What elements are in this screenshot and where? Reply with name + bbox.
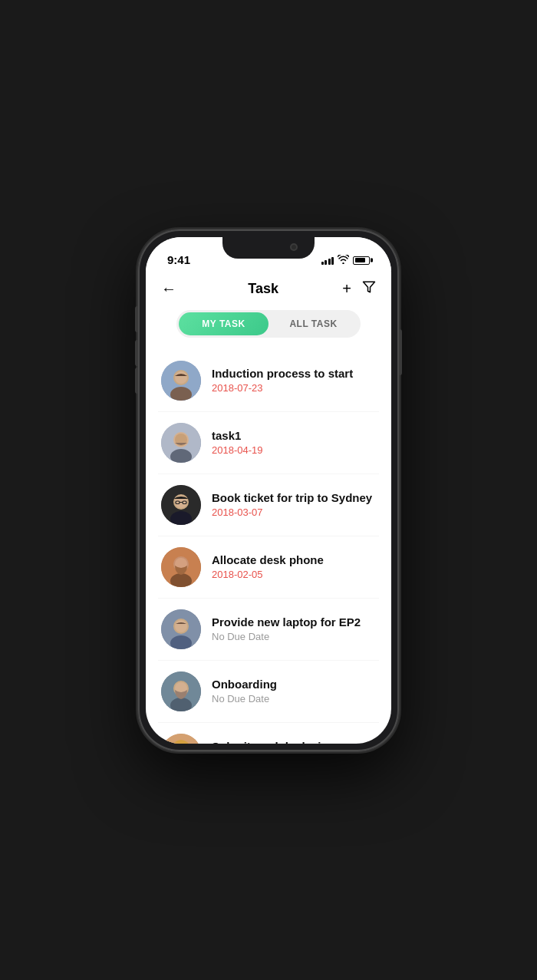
task-title: Onboarding (212, 678, 376, 691)
task-info: Induction process to start 2018-07-23 (212, 367, 376, 394)
tab-my-task[interactable]: MY TASK (179, 312, 268, 335)
task-title: Submit module design (212, 740, 376, 744)
task-item[interactable]: Onboarding No Due Date (158, 661, 379, 723)
task-avatar (161, 423, 201, 463)
task-avatar (161, 734, 201, 744)
wifi-icon (338, 255, 349, 266)
task-info: Book ticket for trip to Sydney 2018-03-0… (212, 491, 376, 518)
svg-point-23 (175, 620, 187, 632)
task-title: Induction process to start (212, 367, 376, 380)
task-title: Allocate desk phone (212, 553, 376, 566)
task-date: 2018-03-07 (212, 506, 376, 518)
task-date: No Due Date (212, 693, 376, 704)
task-info: Onboarding No Due Date (212, 678, 376, 704)
task-date: 2018-02-05 (212, 569, 376, 580)
task-date: 2018-07-23 (212, 382, 376, 394)
content-area: ← Task + MY TASK ALL TASK (146, 271, 391, 744)
task-item[interactable]: Book ticket for trip to Sydney 2018-03-0… (158, 474, 379, 536)
task-avatar (161, 547, 201, 587)
task-avatar (161, 361, 201, 401)
task-title: Provide new laptop for EP2 (212, 615, 376, 629)
task-info: Allocate desk phone 2018-02-05 (212, 553, 376, 580)
task-item[interactable]: Submit module design 2017-05-10 (158, 723, 379, 744)
header-actions: + (342, 280, 376, 298)
task-item[interactable]: Induction process to start 2018-07-23 (158, 350, 379, 412)
task-item[interactable]: task1 2018-04-19 (158, 412, 379, 474)
task-info: task1 2018-04-19 (212, 429, 376, 456)
status-icons (321, 255, 371, 266)
task-date: No Due Date (212, 631, 376, 642)
task-avatar (161, 671, 201, 711)
phone-frame: 9:41 (138, 229, 399, 751)
task-date: 2018-04-19 (212, 444, 376, 456)
add-task-button[interactable]: + (342, 280, 351, 298)
task-item[interactable]: Provide new laptop for EP2 No Due Date (158, 599, 379, 661)
battery-icon (353, 256, 370, 265)
tab-all-task[interactable]: ALL TASK (268, 312, 358, 335)
tab-container: MY TASK ALL TASK (146, 304, 391, 350)
notch (222, 237, 315, 259)
task-item[interactable]: Allocate desk phone 2018-02-05 (158, 536, 379, 599)
status-bar: 9:41 (146, 237, 391, 271)
task-info: Submit module design 2017-05-10 (212, 740, 376, 744)
page-header: ← Task + (146, 271, 391, 304)
task-info: Provide new laptop for EP2 No Due Date (212, 615, 376, 642)
status-time: 9:41 (167, 253, 190, 266)
signal-icon (321, 256, 334, 265)
task-avatar (161, 485, 201, 525)
task-list: Induction process to start 2018-07-23 ta… (146, 350, 391, 744)
tab-segment: MY TASK ALL TASK (176, 310, 361, 338)
svg-point-4 (175, 371, 187, 384)
back-button[interactable]: ← (161, 280, 184, 298)
task-title: Book ticket for trip to Sydney (212, 491, 376, 504)
page-title: Task (248, 281, 278, 297)
task-avatar (161, 609, 201, 649)
phone-screen: 9:41 (146, 237, 391, 744)
filter-button[interactable] (362, 280, 376, 298)
task-title: task1 (212, 429, 376, 442)
svg-marker-0 (363, 282, 374, 292)
camera (290, 243, 298, 251)
